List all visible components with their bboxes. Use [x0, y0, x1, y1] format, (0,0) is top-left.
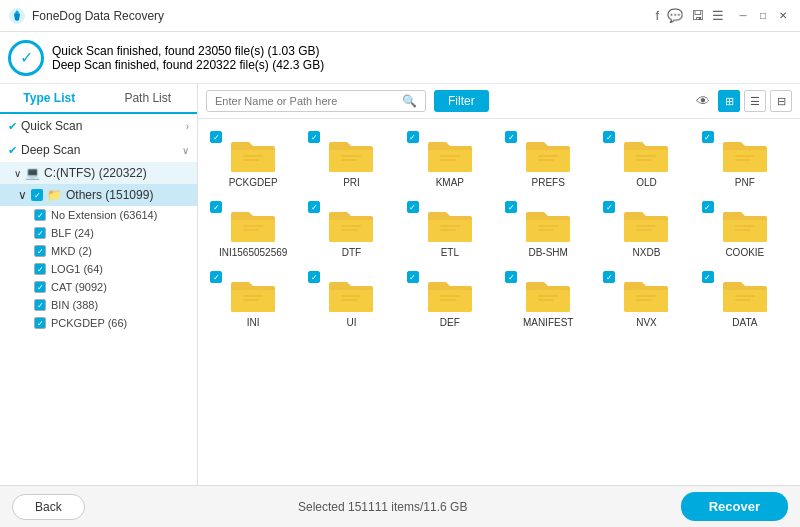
file-checkbox-8: ✓: [407, 201, 419, 213]
detail-view-button[interactable]: ⊟: [770, 90, 792, 112]
folder-icon-others: 📁: [47, 188, 62, 202]
sidebar-quick-scan[interactable]: ✔ Quick Scan ›: [0, 114, 197, 138]
back-button[interactable]: Back: [12, 494, 85, 520]
svg-rect-13: [243, 225, 263, 227]
child-label-6: PCKGDEP (66): [51, 317, 127, 329]
file-label-6: INI1565052569: [219, 247, 287, 258]
quick-scan-label: Quick Scan: [21, 119, 186, 133]
recover-button[interactable]: Recover: [681, 492, 788, 521]
maximize-button[interactable]: □: [754, 7, 772, 25]
svg-rect-32: [538, 299, 554, 301]
folder-icon-6: [229, 204, 277, 244]
file-item-1[interactable]: ✓ PRI: [304, 127, 398, 193]
title-bar: FoneDog Data Recovery f 💬 🖫 ☰ ─ □ ✕: [0, 0, 800, 32]
file-checkbox-9: ✓: [505, 201, 517, 213]
file-label-15: MANIFEST: [523, 317, 574, 328]
child-checkbox-5: ✓: [34, 299, 46, 311]
file-label-11: COOKIE: [725, 247, 764, 258]
quick-scan-check: ✔: [8, 120, 17, 133]
file-label-12: INI: [247, 317, 260, 328]
menu-icon[interactable]: ☰: [712, 8, 724, 23]
file-item-15[interactable]: ✓ MANIFEST: [501, 267, 595, 333]
list-view-button[interactable]: ☰: [744, 90, 766, 112]
sidebar-child-0[interactable]: ✓No Extension (63614): [0, 206, 197, 224]
file-label-0: PCKGDEP: [229, 177, 278, 188]
save-icon[interactable]: 🖫: [691, 8, 704, 23]
file-checkbox-12: ✓: [210, 271, 222, 283]
file-label-7: DTF: [342, 247, 361, 258]
sidebar-child-5[interactable]: ✓BIN (388): [0, 296, 197, 314]
sidebar-others[interactable]: ∨ ✓ 📁 Others (151099): [0, 184, 197, 206]
file-item-11[interactable]: ✓ COOKIE: [698, 197, 792, 263]
file-item-2[interactable]: ✓ KMAP: [403, 127, 497, 193]
file-item-16[interactable]: ✓ NVX: [599, 267, 693, 333]
svg-rect-8: [538, 159, 554, 161]
folder-icon-0: [229, 134, 277, 174]
child-label-2: MKD (2): [51, 245, 92, 257]
tab-path-list[interactable]: Path List: [99, 84, 198, 114]
file-item-4[interactable]: ✓ OLD: [599, 127, 693, 193]
file-label-16: NVX: [636, 317, 657, 328]
child-checkbox-2: ✓: [34, 245, 46, 257]
sidebar-child-2[interactable]: ✓MKD (2): [0, 242, 197, 260]
others-checkbox: ✓: [31, 189, 43, 201]
sidebar-child-3[interactable]: ✓LOG1 (64): [0, 260, 197, 278]
svg-rect-7: [538, 155, 558, 157]
deep-scan-status: Deep Scan finished, found 220322 file(s)…: [52, 58, 790, 72]
folder-icon-5: [721, 134, 769, 174]
file-checkbox-2: ✓: [407, 131, 419, 143]
sidebar-child-6[interactable]: ✓PCKGDEP (66): [0, 314, 197, 332]
svg-rect-20: [538, 229, 554, 231]
svg-rect-14: [243, 229, 259, 231]
quick-scan-arrow: ›: [186, 121, 189, 132]
file-label-8: ETL: [441, 247, 459, 258]
app-logo: [8, 7, 26, 25]
file-item-9[interactable]: ✓ DB-SHM: [501, 197, 595, 263]
file-item-5[interactable]: ✓ PNF: [698, 127, 792, 193]
svg-rect-30: [440, 299, 456, 301]
sidebar-deep-scan[interactable]: ✔ Deep Scan ∨: [0, 138, 197, 162]
folder-icon-7: [327, 204, 375, 244]
right-panel: 🔍 Filter 👁 ⊞ ☰ ⊟ ✓ PCKGDEP ✓: [198, 84, 800, 485]
file-item-7[interactable]: ✓ DTF: [304, 197, 398, 263]
grid-view-button[interactable]: ⊞: [718, 90, 740, 112]
file-item-8[interactable]: ✓ ETL: [403, 197, 497, 263]
close-button[interactable]: ✕: [774, 7, 792, 25]
app-title: FoneDog Data Recovery: [32, 9, 655, 23]
child-label-0: No Extension (63614): [51, 209, 157, 221]
file-label-17: DATA: [732, 317, 757, 328]
tab-type-list[interactable]: Type List: [0, 84, 99, 114]
search-input[interactable]: [215, 95, 402, 107]
sidebar: Type List Path List ✔ Quick Scan › ✔ Dee…: [0, 84, 198, 485]
file-label-14: DEF: [440, 317, 460, 328]
file-label-10: NXDB: [633, 247, 661, 258]
sidebar-child-4[interactable]: ✓CAT (9092): [0, 278, 197, 296]
sidebar-drive[interactable]: ∨ 💻 C:(NTFS) (220322): [0, 162, 197, 184]
file-item-6[interactable]: ✓ INI1565052569: [206, 197, 300, 263]
file-checkbox-11: ✓: [702, 201, 714, 213]
chat-icon[interactable]: 💬: [667, 8, 683, 23]
child-label-4: CAT (9092): [51, 281, 107, 293]
child-label-5: BIN (388): [51, 299, 98, 311]
svg-rect-16: [341, 229, 357, 231]
sidebar-child-1[interactable]: ✓BLF (24): [0, 224, 197, 242]
search-box[interactable]: 🔍: [206, 90, 426, 112]
eye-icon[interactable]: 👁: [696, 93, 710, 109]
svg-rect-5: [440, 155, 460, 157]
file-item-17[interactable]: ✓ DATA: [698, 267, 792, 333]
folder-icon-4: [622, 134, 670, 174]
file-checkbox-1: ✓: [308, 131, 320, 143]
file-item-14[interactable]: ✓ DEF: [403, 267, 497, 333]
file-item-3[interactable]: ✓ PREFS: [501, 127, 595, 193]
file-item-13[interactable]: ✓ UI: [304, 267, 398, 333]
svg-rect-2: [243, 159, 259, 161]
drive-expand: ∨: [14, 168, 21, 179]
minimize-button[interactable]: ─: [734, 7, 752, 25]
bottom-bar: Back Selected 151111 items/11.6 GB Recov…: [0, 485, 800, 527]
file-checkbox-14: ✓: [407, 271, 419, 283]
file-item-0[interactable]: ✓ PCKGDEP: [206, 127, 300, 193]
file-item-12[interactable]: ✓ INI: [206, 267, 300, 333]
file-item-10[interactable]: ✓ NXDB: [599, 197, 693, 263]
filter-button[interactable]: Filter: [434, 90, 489, 112]
facebook-icon[interactable]: f: [655, 8, 659, 23]
